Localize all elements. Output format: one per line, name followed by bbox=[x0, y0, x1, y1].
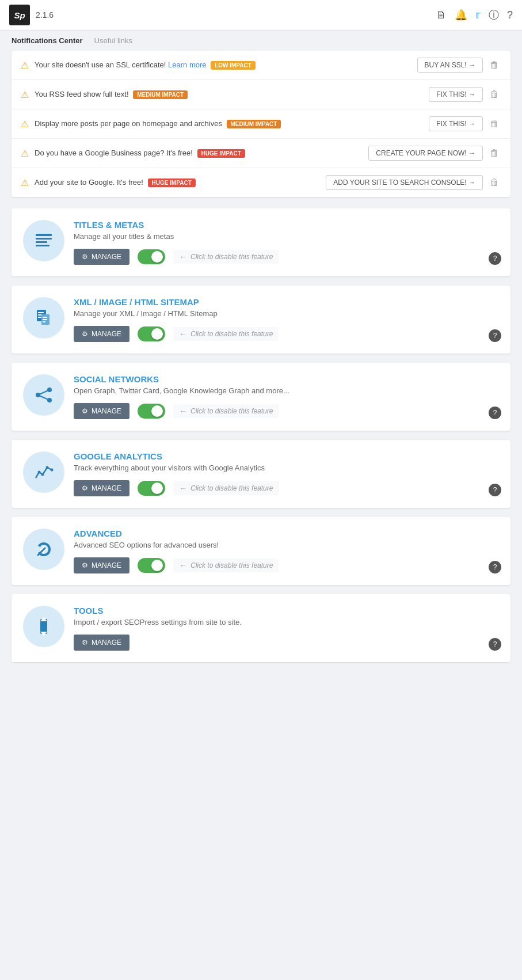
xml-sitemap-desc: Manage your XML / Image / HTML Sitemap bbox=[74, 309, 499, 318]
social-networks-actions: ⚙ MANAGE ← Click to disable this feature bbox=[74, 403, 499, 419]
twitter-icon[interactable]: 𝕣 bbox=[475, 9, 481, 21]
advanced-disable-label[interactable]: ← Click to disable this feature bbox=[173, 559, 279, 572]
add-search-console-button[interactable]: ADD YOUR SITE TO SEARCH CONSOLE! → bbox=[326, 175, 483, 190]
notif-actions-posts: FIX THIS! → 🗑 bbox=[429, 116, 501, 131]
svg-rect-2 bbox=[36, 241, 47, 243]
xml-sitemap-title: XML / IMAGE / HTML SITEMAP bbox=[74, 297, 499, 307]
xml-sitemap-toggle[interactable] bbox=[138, 326, 165, 341]
fix-rss-button[interactable]: FIX THIS! → bbox=[429, 87, 483, 102]
google-analytics-toggle[interactable] bbox=[138, 481, 165, 496]
buy-ssl-button[interactable]: BUY AN SSL! → bbox=[417, 58, 483, 73]
notif-text-posts: Display more posts per page on homepage … bbox=[35, 119, 423, 128]
titles-metas-desc: Manage all your titles & metas bbox=[74, 232, 499, 241]
notifications-card: ⚠ Your site doesn't use an SSL certifica… bbox=[12, 51, 510, 197]
notif-text-search-console: Add your site to Google. It's free! HUGE… bbox=[35, 178, 320, 187]
notif-actions-gbusiness: CREATE YOUR PAGE NOW! → 🗑 bbox=[368, 146, 501, 161]
social-networks-icon bbox=[33, 385, 54, 405]
advanced-icon bbox=[33, 539, 54, 560]
notif-actions-rss: FIX THIS! → 🗑 bbox=[429, 87, 501, 102]
social-networks-toggle[interactable] bbox=[138, 404, 165, 419]
titles-metas-actions: ⚙ MANAGE ← Click to disable this feature bbox=[74, 249, 499, 265]
google-analytics-actions: ⚙ MANAGE ← Click to disable this feature bbox=[74, 480, 499, 496]
gear-icon: ⚙ bbox=[82, 639, 88, 647]
google-analytics-icon bbox=[33, 462, 54, 483]
feature-card-social-networks: SOCIAL NETWORKS Open Graph, Twitter Card… bbox=[12, 363, 510, 431]
badge-medium-impact-posts: MEDIUM IMPACT bbox=[227, 120, 281, 128]
social-networks-icon-circle bbox=[23, 374, 64, 416]
nav-useful-links[interactable]: Useful links bbox=[94, 36, 132, 45]
gear-icon: ⚙ bbox=[82, 330, 88, 338]
titles-metas-toggle[interactable] bbox=[138, 249, 165, 264]
social-networks-disable-label[interactable]: ← Click to disable this feature bbox=[173, 404, 279, 418]
tools-title: TOOLS bbox=[74, 606, 499, 616]
svg-line-15 bbox=[38, 390, 49, 395]
notif-text-rss: You RSS feed show full text! MEDIUM IMPA… bbox=[35, 90, 423, 99]
titles-metas-help-button[interactable]: ? bbox=[489, 252, 501, 265]
google-analytics-help-button[interactable]: ? bbox=[489, 484, 501, 496]
header-icons: 🗎 🔔 𝕣 ⓘ ? bbox=[436, 8, 513, 22]
social-networks-desc: Open Graph, Twitter Card, Google Knowled… bbox=[74, 386, 499, 395]
google-analytics-disable-label[interactable]: ← Click to disable this feature bbox=[173, 481, 279, 495]
bell-icon[interactable]: 🔔 bbox=[455, 9, 467, 21]
header-left: Sp 2.1.6 bbox=[9, 5, 54, 25]
document-icon[interactable]: 🗎 bbox=[436, 9, 447, 21]
nav-notifications[interactable]: Notifications Center bbox=[12, 36, 83, 45]
xml-sitemap-manage-button[interactable]: ⚙ MANAGE bbox=[74, 326, 129, 342]
social-networks-content: SOCIAL NETWORKS Open Graph, Twitter Card… bbox=[74, 374, 499, 419]
social-networks-manage-button[interactable]: ⚙ MANAGE bbox=[74, 403, 129, 419]
advanced-content: ADVANCED Advanced SEO options for advanc… bbox=[74, 529, 499, 573]
titles-metas-content: TITLES & METAS Manage all your titles & … bbox=[74, 220, 499, 265]
warning-icon-rss: ⚠ bbox=[21, 89, 29, 100]
notif-row-ssl: ⚠ Your site doesn't use an SSL certifica… bbox=[12, 51, 510, 80]
xml-sitemap-icon bbox=[33, 307, 54, 328]
dismiss-ssl-button[interactable]: 🗑 bbox=[487, 58, 501, 73]
svg-rect-0 bbox=[36, 234, 52, 236]
svg-rect-10 bbox=[43, 319, 47, 320]
notif-text-gbusiness: Do you have a Google Business page? It's… bbox=[35, 149, 363, 158]
help-icon[interactable]: ? bbox=[507, 9, 513, 21]
fix-posts-button[interactable]: FIX THIS! → bbox=[429, 116, 483, 131]
svg-rect-9 bbox=[43, 317, 47, 318]
notif-actions-ssl: BUY AN SSL! → 🗑 bbox=[417, 58, 501, 73]
advanced-toggle[interactable] bbox=[138, 558, 165, 573]
nav: Notifications Center Useful links bbox=[0, 31, 522, 51]
notif-actions-search-console: ADD YOUR SITE TO SEARCH CONSOLE! → 🗑 bbox=[326, 175, 501, 190]
social-networks-help-button[interactable]: ? bbox=[489, 407, 501, 419]
xml-sitemap-actions: ⚙ MANAGE ← Click to disable this feature bbox=[74, 326, 499, 342]
dismiss-search-console-button[interactable]: 🗑 bbox=[487, 175, 501, 190]
tools-icon bbox=[33, 616, 54, 637]
feature-card-titles-metas: TITLES & METAS Manage all your titles & … bbox=[12, 208, 510, 276]
tools-manage-button[interactable]: ⚙ MANAGE bbox=[74, 635, 129, 651]
titles-metas-icon-circle bbox=[23, 220, 64, 261]
warning-icon-ssl: ⚠ bbox=[21, 60, 29, 71]
dismiss-posts-button[interactable]: 🗑 bbox=[487, 116, 501, 131]
tools-help-button[interactable]: ? bbox=[489, 638, 501, 651]
feature-card-google-analytics: GOOGLE ANALYTICS Track everything about … bbox=[12, 440, 510, 508]
advanced-manage-button[interactable]: ⚙ MANAGE bbox=[74, 557, 129, 573]
badge-low-impact: LOW IMPACT bbox=[211, 61, 256, 70]
google-analytics-manage-button[interactable]: ⚙ MANAGE bbox=[74, 480, 129, 496]
dismiss-rss-button[interactable]: 🗑 bbox=[487, 87, 501, 102]
titles-metas-disable-label[interactable]: ← Click to disable this feature bbox=[173, 250, 279, 264]
advanced-desc: Advanced SEO options for advanced users! bbox=[74, 541, 499, 549]
notif-row-gbusiness: ⚠ Do you have a Google Business page? It… bbox=[12, 139, 510, 168]
svg-rect-11 bbox=[43, 321, 45, 322]
create-page-button[interactable]: CREATE YOUR PAGE NOW! → bbox=[368, 146, 483, 161]
badge-medium-impact-rss: MEDIUM IMPACT bbox=[133, 90, 188, 99]
learn-more-link[interactable]: Learn more bbox=[168, 60, 206, 69]
tools-desc: Import / export SEOPress settings from s… bbox=[74, 618, 499, 626]
arrow-left-icon: ← bbox=[179, 329, 187, 339]
svg-rect-7 bbox=[38, 317, 42, 318]
svg-rect-5 bbox=[38, 312, 44, 313]
titles-metas-manage-button[interactable]: ⚙ MANAGE bbox=[74, 249, 129, 265]
feature-card-xml-sitemap: XML / IMAGE / HTML SITEMAP Manage your X… bbox=[12, 286, 510, 354]
xml-sitemap-help-button[interactable]: ? bbox=[489, 329, 501, 342]
titles-metas-title: TITLES & METAS bbox=[74, 220, 499, 230]
feature-card-advanced: ADVANCED Advanced SEO options for advanc… bbox=[12, 517, 510, 585]
dismiss-gbusiness-button[interactable]: 🗑 bbox=[487, 146, 501, 161]
gear-icon: ⚙ bbox=[82, 561, 88, 569]
xml-sitemap-disable-label[interactable]: ← Click to disable this feature bbox=[173, 327, 279, 341]
badge-huge-impact-gbusiness: HUGE IMPACT bbox=[197, 149, 245, 158]
info-icon[interactable]: ⓘ bbox=[489, 8, 499, 22]
advanced-help-button[interactable]: ? bbox=[489, 561, 501, 573]
